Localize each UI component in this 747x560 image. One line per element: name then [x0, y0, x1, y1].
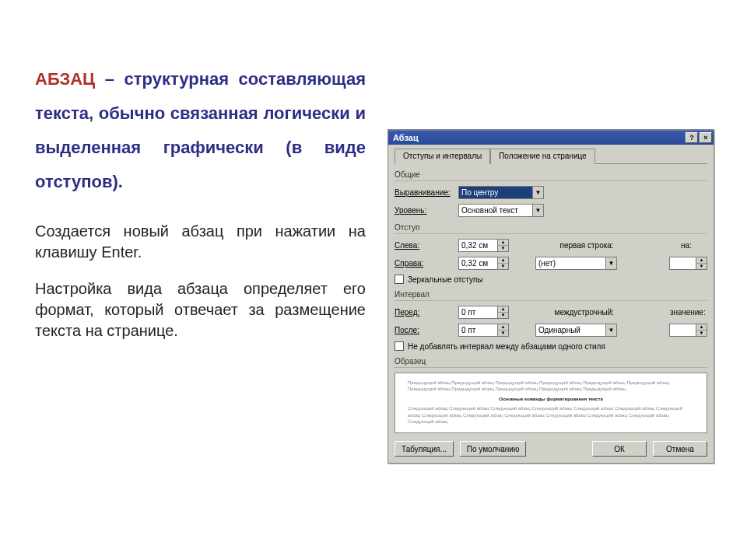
indent-right-value[interactable] — [458, 257, 497, 270]
slide: АБЗАЦ – структурная составляющая текста,… — [0, 0, 747, 560]
titlebar[interactable]: Абзац ? × — [388, 130, 714, 145]
dialog-body: Отступы и интервалы Положение на страниц… — [388, 145, 714, 463]
text-column: АБЗАЦ – структурная составляющая текста,… — [35, 62, 366, 341]
firstline-value[interactable] — [535, 257, 605, 270]
alignment-label: Выравнивание: — [395, 188, 454, 197]
default-button[interactable]: По умолчанию — [460, 441, 527, 457]
firstline-combo[interactable]: ▼ — [535, 257, 617, 270]
group-preview: Образец — [395, 357, 707, 368]
ok-button[interactable]: ОК — [592, 441, 647, 457]
spin-up-icon[interactable]: ▲ — [498, 306, 508, 313]
level-combo[interactable]: ▼ — [458, 204, 544, 217]
linespacing-label: междустрочный: — [555, 308, 625, 317]
space-before-value[interactable] — [458, 306, 497, 319]
paragraph-1: Создается новый абзац при нажатии на кла… — [35, 221, 366, 263]
level-label: Уровень: — [395, 206, 454, 215]
indent-left-spinner[interactable]: ▲▼ — [458, 239, 509, 252]
spin-down-icon[interactable]: ▼ — [696, 264, 707, 270]
spin-up-icon[interactable]: ▲ — [696, 257, 707, 264]
spacing-at-label: значение: — [670, 308, 707, 317]
group-spacing: Интервал — [395, 290, 707, 301]
checkbox-icon — [395, 275, 404, 284]
tabs-button[interactable]: Табуляция... — [395, 441, 454, 457]
spin-down-icon[interactable]: ▼ — [696, 331, 707, 337]
tab-indents-spacing[interactable]: Отступы и интервалы — [395, 149, 490, 164]
space-after-label: После: — [395, 326, 454, 334]
dialog-button-row: Табуляция... По умолчанию ОК Отмена — [395, 441, 707, 457]
spin-up-icon[interactable]: ▲ — [498, 324, 508, 331]
linespacing-value[interactable] — [535, 324, 605, 337]
space-after-value[interactable] — [458, 324, 497, 337]
indent-by-spinner[interactable]: ▲▼ — [669, 257, 707, 270]
indent-by-value[interactable] — [669, 257, 696, 270]
spin-up-icon[interactable]: ▲ — [498, 257, 508, 264]
preview-box: Предыдущий абзац Предыдущий абзац Предыд… — [395, 373, 707, 433]
preview-sample: Основные команды форматирования текста — [408, 396, 694, 402]
spin-down-icon[interactable]: ▼ — [498, 246, 508, 252]
linespacing-combo[interactable]: ▼ — [535, 324, 617, 337]
linespacing-drop-icon[interactable]: ▼ — [605, 324, 617, 337]
indent-by-label: на: — [681, 241, 707, 250]
indent-right-spinner[interactable]: ▲▼ — [458, 257, 509, 270]
close-button[interactable]: × — [700, 132, 712, 143]
group-indent: Отступ — [395, 223, 707, 234]
alignment-value[interactable] — [458, 186, 532, 199]
spin-up-icon[interactable]: ▲ — [498, 240, 508, 246]
headline: АБЗАЦ – структурная составляющая текста,… — [35, 62, 366, 199]
alignment-combo[interactable]: ▼ — [458, 186, 544, 199]
spin-down-icon[interactable]: ▼ — [498, 264, 508, 270]
alignment-drop-icon[interactable]: ▼ — [532, 186, 544, 199]
mirror-indents-label: Зеркальные отступы — [408, 275, 483, 284]
no-space-same-style-checkbox[interactable]: Не добавлять интервал между абзацами одн… — [395, 341, 707, 351]
indent-left-label: Слева: — [395, 241, 454, 250]
space-after-spinner[interactable]: ▲▼ — [458, 324, 509, 337]
spacing-at-value[interactable] — [669, 324, 696, 337]
headline-first-word: АБЗАЦ — [35, 69, 95, 89]
spin-down-icon[interactable]: ▼ — [498, 331, 508, 337]
indent-right-label: Справа: — [395, 259, 454, 268]
tab-page-position[interactable]: Положение на странице — [490, 149, 594, 164]
firstline-drop-icon[interactable]: ▼ — [605, 257, 617, 270]
preview-before: Предыдущий абзац Предыдущий абзац Предыд… — [408, 380, 694, 393]
spin-up-icon[interactable]: ▲ — [696, 324, 707, 331]
preview-after: Следующий абзац Следующий абзац Следующи… — [408, 405, 694, 425]
level-drop-icon[interactable]: ▼ — [532, 204, 544, 217]
dialog-title: Абзац — [393, 133, 419, 142]
space-before-spinner[interactable]: ▲▼ — [458, 306, 509, 319]
tab-strip: Отступы и интервалы Положение на страниц… — [395, 148, 707, 164]
no-space-same-style-label: Не добавлять интервал между абзацами одн… — [408, 342, 605, 351]
checkbox-icon — [395, 341, 404, 351]
space-before-label: Перед: — [395, 308, 454, 317]
spacing-at-spinner[interactable]: ▲▼ — [669, 324, 707, 337]
paragraph-2: Настройка вида абзаца определяет его фор… — [35, 278, 366, 341]
paragraph-dialog: Абзац ? × Отступы и интервалы Положение … — [388, 129, 714, 464]
firstline-label: первая строка: — [560, 241, 630, 250]
cancel-button[interactable]: Отмена — [653, 441, 707, 457]
level-value[interactable] — [458, 204, 532, 217]
mirror-indents-checkbox[interactable]: Зеркальные отступы — [395, 275, 707, 284]
help-button[interactable]: ? — [686, 132, 698, 143]
spin-down-icon[interactable]: ▼ — [498, 313, 508, 319]
group-general: Общие — [395, 170, 707, 181]
indent-left-value[interactable] — [458, 239, 497, 252]
